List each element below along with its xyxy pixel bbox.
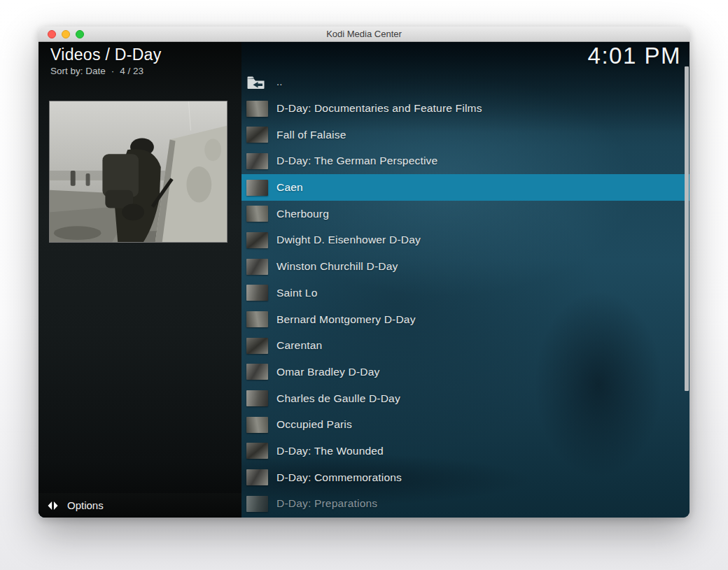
video-title: Cherbourg [276,208,329,220]
video-thumbnail [246,496,268,512]
video-thumbnail [246,206,268,222]
video-thumbnail [246,390,268,406]
list-item[interactable]: Omar Bradley D-Day [241,359,690,385]
video-thumbnail [246,259,268,275]
video-title: D-Day: The German Perspective [276,155,438,167]
video-title: Omar Bradley D-Day [276,366,379,378]
kodi-window: Kodi Media Center 4:01 PM Videos / D-Day… [38,27,690,518]
list-item[interactable]: D-Day: The German Perspective [241,148,690,175]
page-title: Videos / D-Day [50,45,241,64]
video-thumbnail [246,180,268,196]
video-thumbnail [246,285,268,301]
list-item[interactable]: Carentan [241,332,690,359]
video-title: Charles de Gaulle D-Day [276,392,400,405]
video-title: Carentan [276,339,322,352]
video-title: Caen [276,181,303,194]
list-item[interactable]: Winston Churchill D-Day [241,253,690,280]
window-title: Kodi Media Center [38,29,690,39]
list-item[interactable]: D-Day: Documentaries and Feature Films [241,95,690,122]
video-title: Winston Churchill D-Day [276,260,398,273]
left-panel: Videos / D-Day Sort by: Date · 4 / 23 [38,42,241,518]
options-bar[interactable]: Options [38,493,241,518]
sort-separator: · [111,66,115,76]
clock: 4:01 PM [588,43,681,69]
video-title: Saint Lo [276,287,317,299]
options-label: Options [67,499,104,511]
video-title: D-Day: The Wounded [276,445,384,457]
war-photo-illustration [50,101,227,242]
video-thumbnail [246,127,268,143]
list-item[interactable]: D-Day: Preparations [241,491,690,518]
list-item[interactable]: D-Day: The Wounded [241,438,690,464]
video-thumbnail [246,153,268,169]
video-title: D-Day: Commemorations [276,471,402,484]
parent-folder-label: .. [276,76,282,87]
list-item[interactable]: Cherbourg [241,201,690,227]
video-thumbnail [246,232,268,248]
video-title: D-Day: Documentaries and Feature Films [276,102,482,115]
sort-by-label[interactable]: Sort by: Date [50,66,106,76]
kodi-content: 4:01 PM Videos / D-Day Sort by: Date · 4… [38,42,690,518]
video-title: Dwight D. Eisenhower D-Day [276,234,421,246]
video-title: Fall of Falaise [276,129,346,141]
list-item[interactable]: Fall of Falaise [241,122,690,148]
list-item[interactable]: Saint Lo [241,280,690,306]
options-icon [48,501,58,511]
parent-folder-icon [246,75,265,90]
sort-line: Sort by: Date · 4 / 23 [50,66,241,76]
scrollbar-thumb[interactable] [685,66,689,391]
video-title: Bernard Montgomery D-Day [276,313,416,326]
macos-titlebar: Kodi Media Center [38,27,690,42]
video-thumbnail [246,338,268,354]
poster-thumbnail [49,101,227,243]
video-thumbnail [246,311,268,327]
video-thumbnail [246,364,268,380]
list-item[interactable]: Bernard Montgomery D-Day [241,306,690,333]
video-thumbnail [246,469,268,485]
video-thumbnail [246,417,268,433]
video-thumbnail [246,101,268,117]
list-item[interactable]: D-Day: Commemorations [241,464,690,491]
list-item[interactable]: Dwight D. Eisenhower D-Day [241,227,690,254]
video-thumbnail [246,443,268,459]
video-title: D-Day: Preparations [276,497,377,510]
list-item[interactable]: Occupied Paris [241,411,690,438]
position-indicator: 4 / 23 [120,66,144,76]
video-title: Occupied Paris [276,418,352,431]
list-item-parent[interactable]: .. [241,69,690,96]
list-item[interactable]: Charles de Gaulle D-Day [241,385,690,412]
list-item-selected[interactable]: Caen [241,174,690,201]
panel-header: Videos / D-Day Sort by: Date · 4 / 23 [38,42,241,76]
video-list: .. D-Day: Documentaries and Feature Film… [241,69,690,518]
